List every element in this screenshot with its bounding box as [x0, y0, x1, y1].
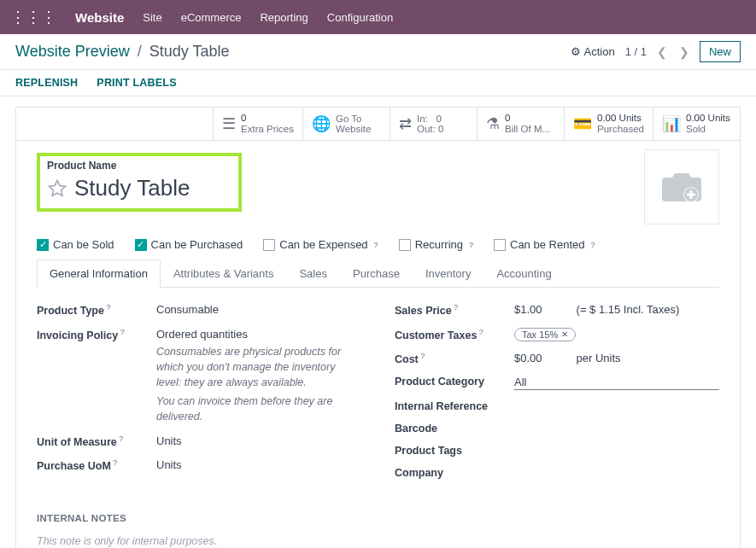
flag-can-be-expensed[interactable]: Can be Expensed? — [263, 238, 378, 251]
new-button[interactable]: New — [700, 41, 741, 62]
product-type-value[interactable]: Consumable — [156, 303, 360, 316]
checkbox-icon — [494, 239, 506, 251]
nav-ecommerce[interactable]: eCommerce — [181, 11, 242, 24]
flag-recurring[interactable]: Recurring? — [399, 238, 473, 251]
product-name-label: Product Name — [47, 160, 231, 172]
stat-extra-prices[interactable]: ☰ 0Extra Prices — [213, 108, 302, 140]
tab-inventory[interactable]: Inventory — [413, 259, 483, 288]
tab-sales[interactable]: Sales — [286, 259, 340, 288]
tax-tag[interactable]: Tax 15%✕ — [514, 328, 576, 341]
stat-spacer — [16, 108, 213, 140]
nav-configuration[interactable]: Configuration — [327, 11, 393, 24]
form-column-left: Product Type ? Consumable Invoicing Poli… — [37, 303, 360, 488]
tab-attributes-variants[interactable]: Attributes & Variants — [161, 259, 287, 288]
favorite-star-icon[interactable] — [47, 178, 67, 199]
cost-value[interactable]: $0.00 — [514, 352, 542, 364]
internal-notes-heading: INTERNAL NOTES — [37, 513, 719, 523]
chevron-left-icon[interactable]: ❮ — [655, 44, 669, 61]
help-icon[interactable]: ? — [118, 328, 125, 336]
category-value[interactable]: All — [514, 376, 719, 390]
stat-purchased[interactable]: 💳 0.00 UnitsPurchased — [564, 108, 653, 140]
product-image-placeholder[interactable] — [644, 149, 719, 224]
apps-icon[interactable]: ⋮⋮⋮ — [10, 8, 56, 26]
stat-bom[interactable]: ⚗ 0Bill Of M... — [477, 108, 564, 140]
bom-label: Bill Of M... — [505, 124, 550, 134]
checkbox-checked-icon: ✓ — [135, 239, 147, 251]
flag-can-be-rented[interactable]: Can be Rented? — [494, 238, 595, 251]
internal-notes-input[interactable]: This note is only for internal purposes. — [37, 535, 719, 547]
help-icon[interactable]: ? — [419, 352, 425, 360]
flag-can-be-purchased[interactable]: ✓Can be Purchased — [135, 238, 243, 251]
stat-button-row: ☰ 0Extra Prices 🌐 Go ToWebsite ⇄ In: 0 O… — [15, 107, 741, 140]
in-label: In: — [417, 114, 428, 124]
company-label: Company — [395, 467, 514, 479]
help-icon[interactable]: ? — [477, 328, 483, 336]
help-icon[interactable]: ? — [117, 434, 124, 443]
help-icon[interactable]: ? — [469, 241, 473, 249]
credit-card-icon: 💳 — [573, 116, 592, 131]
customer-taxes-field[interactable]: Tax 15%✕ — [514, 328, 719, 341]
barcode-label: Barcode — [395, 423, 514, 434]
app-brand[interactable]: Website — [75, 10, 124, 25]
purchased-value: 0.00 Units — [597, 113, 642, 123]
sales-price-label: Sales Price — [395, 306, 452, 318]
extra-prices-label: Extra Prices — [241, 124, 294, 134]
uom-value[interactable]: Units — [156, 434, 360, 447]
action-label: Action — [584, 45, 615, 58]
goto-line2: Website — [336, 124, 371, 134]
pager: 1 / 1 ❮ ❯ — [625, 44, 691, 61]
product-name-input[interactable]: Study Table — [74, 175, 190, 201]
main-navbar: ⋮⋮⋮ Website Site eCommerce Reporting Con… — [0, 0, 756, 34]
nav-site[interactable]: Site — [143, 11, 161, 24]
sales-price-value[interactable]: $1.00 — [514, 303, 542, 316]
action-dropdown[interactable]: ⚙ Action — [571, 45, 615, 58]
invoicing-policy-value[interactable]: Ordered quantities — [156, 328, 248, 341]
cost-unit: per Units — [577, 352, 621, 364]
bar-chart-icon: 📊 — [662, 116, 681, 131]
help-icon[interactable]: ? — [104, 303, 111, 312]
breadcrumb: Website Preview / Study Table — [15, 43, 571, 61]
goto-line1: Go To — [336, 114, 371, 124]
gear-icon: ⚙ — [571, 45, 581, 58]
stat-in-out[interactable]: ⇄ In: 0 Out: 0 — [390, 108, 477, 140]
help-icon[interactable]: ? — [452, 303, 459, 312]
stat-sold[interactable]: 📊 0.00 UnitsSold — [653, 108, 740, 140]
customer-taxes-label: Customer Taxes — [395, 329, 477, 341]
purchased-label: Purchased — [597, 124, 644, 134]
help-icon[interactable]: ? — [374, 241, 378, 249]
in-val: 0 — [436, 114, 441, 124]
help-icon[interactable]: ? — [111, 458, 118, 467]
invoicing-policy-help2: You can invoice them before they are del… — [156, 394, 360, 424]
bom-count: 0 — [505, 113, 510, 123]
breadcrumb-parent[interactable]: Website Preview — [15, 43, 130, 60]
tab-general-information[interactable]: General Information — [37, 259, 161, 288]
flag-can-be-sold[interactable]: ✓Can be Sold — [37, 238, 114, 251]
remove-tag-icon[interactable]: ✕ — [561, 329, 568, 339]
checkbox-checked-icon: ✓ — [37, 239, 49, 251]
chevron-right-icon[interactable]: ❯ — [677, 44, 691, 61]
tax-tag-label: Tax 15% — [522, 329, 558, 340]
uom-label: Unit of Measure — [37, 436, 117, 448]
stat-goto-website[interactable]: 🌐 Go ToWebsite — [302, 108, 390, 140]
product-type-label: Product Type — [37, 306, 104, 318]
flask-icon: ⚗ — [486, 116, 500, 131]
form-sheet: Product Name Study Table ✓Can be Sold ✓C… — [15, 140, 741, 548]
globe-icon: 🌐 — [312, 116, 331, 131]
checkbox-icon — [263, 239, 275, 251]
svg-rect-3 — [687, 194, 695, 196]
sales-price-incl: (= $ 1.15 Incl. Taxes) — [577, 303, 680, 316]
form-column-right: Sales Price ? $1.00(= $ 1.15 Incl. Taxes… — [395, 303, 719, 488]
list-icon: ☰ — [222, 116, 236, 131]
cost-label: Cost — [395, 353, 419, 365]
extra-prices-count: 0 — [241, 113, 246, 123]
purchase-uom-value[interactable]: Units — [156, 458, 360, 471]
pager-text: 1 / 1 — [625, 45, 647, 58]
help-icon[interactable]: ? — [590, 241, 595, 249]
tab-bar: General Information Attributes & Variant… — [37, 259, 719, 288]
replenish-button[interactable]: REPLENISH — [15, 77, 78, 89]
checkbox-icon — [399, 239, 411, 251]
tab-purchase[interactable]: Purchase — [340, 259, 413, 288]
print-labels-button[interactable]: PRINT LABELS — [97, 77, 176, 89]
tab-accounting[interactable]: Accounting — [483, 259, 564, 288]
nav-reporting[interactable]: Reporting — [260, 11, 308, 24]
